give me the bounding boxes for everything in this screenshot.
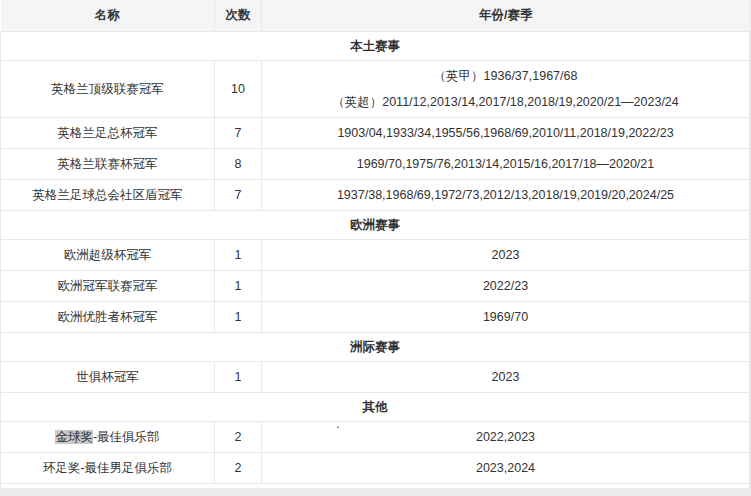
count-cell: 8 [215, 148, 262, 179]
count-cell: 1 [215, 301, 262, 332]
count-cell: 10 [215, 60, 262, 117]
column-header-years: 年份/赛季 [262, 0, 750, 31]
years-line: 2023 [266, 242, 745, 268]
table-row: 欧洲冠军联赛冠军12022/23 [1, 270, 750, 301]
count-cell: 1 [215, 361, 262, 392]
years-cell: 2022,2023 [262, 421, 750, 452]
page-background-strip [0, 488, 751, 496]
trophy-name-cell: 英格兰联赛杯冠军 [1, 148, 215, 179]
section-title: 洲际赛事 [1, 332, 750, 361]
trophy-name-cell: 英格兰足总杯冠军 [1, 117, 215, 148]
trophy-name-rest: -最佳俱乐部 [93, 430, 160, 444]
table-row: 英格兰联赛杯冠军81969/70,1975/76,2013/14,2015/16… [1, 148, 750, 179]
years-line: 2022/23 [266, 273, 745, 299]
table-row: 环足奖-最佳男足俱乐部22023,2024 [1, 452, 750, 483]
years-cell: 2023 [262, 361, 750, 392]
trophy-name-cell: 欧洲超级杯冠军 [1, 239, 215, 270]
section-title: 其他 [1, 392, 750, 421]
selected-text: 金球奖 [55, 430, 93, 444]
years-cell: 1969/70 [262, 301, 750, 332]
table-row: 英格兰足球总会社区盾冠军71937/38,1968/69,1972/73,201… [1, 179, 750, 210]
years-cell: 2023 [262, 239, 750, 270]
years-line: （英甲）1936/37,1967/68 [266, 63, 745, 89]
count-cell: 1 [215, 270, 262, 301]
trophy-name-cell: 环足奖-最佳男足俱乐部 [1, 452, 215, 483]
section-title: 欧洲赛事 [1, 210, 750, 239]
section-row: 欧洲赛事 [1, 210, 750, 239]
section-row: 其他 [1, 392, 750, 421]
column-header-count: 次数 [215, 0, 262, 31]
honours-table-page: 名称 次数 年份/赛季 本土赛事英格兰顶级联赛冠军10（英甲）1936/37,1… [0, 0, 751, 496]
count-cell: 7 [215, 179, 262, 210]
table-row: 英格兰顶级联赛冠军10（英甲）1936/37,1967/68（英超）2011/1… [1, 60, 750, 117]
stray-period-artifact: . [336, 417, 340, 430]
years-line: 2023 [266, 364, 745, 390]
trophy-name-cell: 欧洲优胜者杯冠军 [1, 301, 215, 332]
years-cell: 2022/23 [262, 270, 750, 301]
section-row: 洲际赛事 [1, 332, 750, 361]
trophy-name-cell: 世俱杯冠军 [1, 361, 215, 392]
section-title: 本土赛事 [1, 31, 750, 60]
section-row: 本土赛事 [1, 31, 750, 60]
years-line: （英超）2011/12,2013/14,2017/18,2018/19,2020… [266, 89, 745, 115]
years-line: 1903/04,1933/34,1955/56,1968/69,2010/11,… [266, 120, 745, 146]
trophy-name-cell: 英格兰足球总会社区盾冠军 [1, 179, 215, 210]
table-header-row: 名称 次数 年份/赛季 [1, 0, 750, 31]
count-cell: 7 [215, 117, 262, 148]
count-cell: 2 [215, 421, 262, 452]
honours-table: 名称 次数 年份/赛季 本土赛事英格兰顶级联赛冠军10（英甲）1936/37,1… [0, 0, 750, 496]
table-row: 金球奖-最佳俱乐部22022,2023 [1, 421, 750, 452]
years-line: 2023,2024 [266, 455, 745, 481]
years-line: 1937/38,1968/69,1972/73,2012/13,2018/19,… [266, 182, 745, 208]
table-body: 本土赛事英格兰顶级联赛冠军10（英甲）1936/37,1967/68（英超）20… [1, 31, 750, 483]
count-cell: 2 [215, 452, 262, 483]
trophy-name-cell: 欧洲冠军联赛冠军 [1, 270, 215, 301]
years-line: 1969/70 [266, 304, 745, 330]
table-row: 欧洲超级杯冠军12023 [1, 239, 750, 270]
years-cell: 2023,2024 [262, 452, 750, 483]
count-cell: 1 [215, 239, 262, 270]
years-cell: 1937/38,1968/69,1972/73,2012/13,2018/19,… [262, 179, 750, 210]
years-cell: 1903/04,1933/34,1955/56,1968/69,2010/11,… [262, 117, 750, 148]
table-row: 欧洲优胜者杯冠军11969/70 [1, 301, 750, 332]
years-cell: （英甲）1936/37,1967/68（英超）2011/12,2013/14,2… [262, 60, 750, 117]
trophy-name-cell: 英格兰顶级联赛冠军 [1, 60, 215, 117]
years-cell: 1969/70,1975/76,2013/14,2015/16,2017/18—… [262, 148, 750, 179]
table-row: 世俱杯冠军12023 [1, 361, 750, 392]
years-line: 1969/70,1975/76,2013/14,2015/16,2017/18—… [266, 151, 745, 177]
table-row: 英格兰足总杯冠军71903/04,1933/34,1955/56,1968/69… [1, 117, 750, 148]
trophy-name-cell: 金球奖-最佳俱乐部 [1, 421, 215, 452]
column-header-name: 名称 [1, 0, 215, 31]
